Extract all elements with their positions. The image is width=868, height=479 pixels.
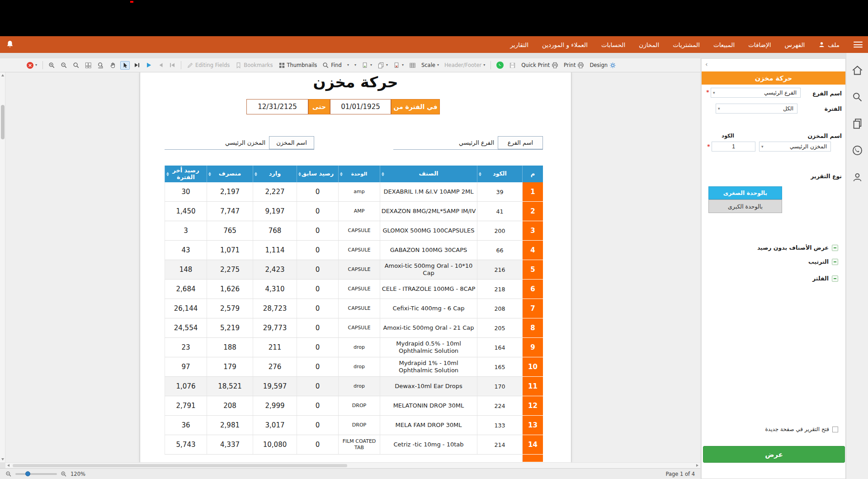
open-new-page-checkbox[interactable] <box>832 427 838 432</box>
collapse-toggle-icon[interactable] <box>832 245 838 251</box>
branch-select[interactable]: الفرع الرئيسي ▾ <box>711 88 801 98</box>
copy-page-button[interactable]: ▾ <box>376 61 389 70</box>
cell-incoming: 29,773 <box>253 318 297 338</box>
header-footer-button[interactable]: Header/Footer▾ <box>443 61 486 69</box>
account-button[interactable] <box>851 171 863 184</box>
hand-tool-button[interactable] <box>108 61 118 70</box>
close-preview-button[interactable]: × ▾ <box>25 61 38 70</box>
zoom-slider[interactable] <box>15 473 57 475</box>
tab-branch-name[interactable]: اسم الفرع <box>498 136 543 149</box>
column-header-unit[interactable]: الوحدة <box>338 166 380 182</box>
first-page-button[interactable] <box>168 61 177 69</box>
cell-code: 66 <box>477 241 522 260</box>
column-header-label: الكود <box>493 171 507 177</box>
zoom-slider-thumb[interactable] <box>25 471 30 476</box>
thumbnails-grid-icon <box>278 62 285 69</box>
menu-item-purchases[interactable]: المشتريات <box>666 36 707 53</box>
column-header-label: الوحدة <box>351 171 368 177</box>
collapse-toggle-icon[interactable] <box>832 275 838 282</box>
panel-collapse-chevron[interactable]: › <box>705 61 708 68</box>
cell-num: 2 <box>522 202 543 221</box>
delete-page-button[interactable]: ▾ <box>392 61 405 70</box>
vertical-scrollbar-thumb[interactable] <box>1 105 5 139</box>
report-canvas: حركة مخزن في الفترة من 01/01/1925 حتى 12… <box>5 72 700 462</box>
zoom-in-icon[interactable] <box>61 471 67 477</box>
column-header-code[interactable]: الكود <box>477 166 522 182</box>
menu-item-addons[interactable]: الإضافات <box>741 36 778 53</box>
quick-print-button[interactable]: Quick Print <box>520 61 560 70</box>
column-header-outgoing[interactable]: منصرف <box>207 166 253 182</box>
warehouse-select[interactable]: المخزن الرئيسي ▾ <box>759 142 831 152</box>
save-button[interactable] <box>508 61 517 70</box>
column-header-item[interactable]: الصنف <box>380 166 477 182</box>
select-tool-button[interactable] <box>120 61 130 70</box>
notifications-bell-icon[interactable] <box>5 40 14 49</box>
menu-item-accounts[interactable]: الحسابات <box>594 36 632 53</box>
column-header-num[interactable]: م <box>522 166 543 182</box>
panel-title: حركة مخزن <box>702 71 845 85</box>
scroll-left-arrow[interactable] <box>7 464 9 467</box>
column-header-end_balance[interactable]: رصيد أخر الفترة <box>165 166 207 182</box>
menu-item-sales[interactable]: المبيعات <box>707 36 741 53</box>
hamburger-menu-button[interactable] <box>854 42 863 47</box>
caret-down-icon: ▾ <box>718 106 720 111</box>
column-header-incoming[interactable]: وارد <box>253 166 297 182</box>
search-button[interactable] <box>851 91 863 103</box>
menu-item-reports[interactable]: التقارير <box>503 36 535 53</box>
cell-unit: drop <box>338 357 380 377</box>
print-button[interactable]: Print <box>562 61 585 70</box>
menu-item-file[interactable]: ملف <box>811 36 846 53</box>
cell-unit: drop <box>338 338 380 357</box>
whatsapp-share-button[interactable] <box>495 61 505 70</box>
zoom-out-icon[interactable] <box>5 471 12 477</box>
find-button[interactable]: Find <box>321 61 343 70</box>
whatsapp-button[interactable] <box>851 144 863 157</box>
caret-down-icon: ▾ <box>713 90 715 95</box>
zoom-page-width-button[interactable] <box>96 61 105 70</box>
table-row: 12224MELATONIN DROP 30MLDROP02,9992082,7… <box>165 396 543 416</box>
caret-down-icon: ▾ <box>437 63 439 67</box>
period-select[interactable]: الكل ▾ <box>716 104 797 114</box>
small-unit-button[interactable]: بالوحدة الصغرى <box>708 186 782 199</box>
run-report-button[interactable] <box>144 61 153 69</box>
previous-page-button[interactable] <box>156 61 165 69</box>
menu-item-index[interactable]: الفهرس <box>778 36 811 53</box>
cell-end_balance: 3 <box>165 221 207 241</box>
cell-num: 5 <box>522 260 543 280</box>
scale-button[interactable]: Scale▾ <box>420 61 440 69</box>
scroll-up-arrow[interactable] <box>1 74 4 76</box>
cell-incoming: 276 <box>253 357 297 377</box>
show-report-button[interactable]: عرض <box>703 446 845 463</box>
required-asterisk: * <box>706 89 709 95</box>
new-page-button[interactable]: ▾ <box>360 61 373 70</box>
multi-page-view-button[interactable] <box>84 61 93 70</box>
view-mode-caret-button[interactable]: ▾ <box>346 62 350 68</box>
horizontal-scrollbar-thumb[interactable] <box>13 464 347 467</box>
home-button[interactable] <box>851 64 863 76</box>
zoom-out-button[interactable] <box>59 61 69 70</box>
collapse-toggle-icon[interactable] <box>832 259 838 265</box>
table-grid-button[interactable] <box>408 61 417 70</box>
tab-warehouse-name[interactable]: اسم المخزن <box>269 136 314 149</box>
page-options-caret-button[interactable]: ▾ <box>353 62 358 68</box>
cell-unit: CAPSULE <box>338 318 380 338</box>
thumbnails-button[interactable]: Thumbnails <box>277 61 319 70</box>
cell-prev_balance: 0 <box>297 377 338 396</box>
large-unit-button[interactable]: بالوحدة الكبرى <box>708 199 782 213</box>
header-footer-label: Header/Footer <box>444 62 481 68</box>
bookmarks-button[interactable]: Bookmarks <box>234 61 274 70</box>
design-button[interactable]: Design <box>588 61 618 70</box>
column-header-prev_balance[interactable]: رصيد سابق <box>297 166 338 182</box>
cell-incoming: 211 <box>253 338 297 357</box>
zoom-in-button[interactable] <box>47 61 57 70</box>
scroll-right-arrow[interactable] <box>696 464 698 467</box>
next-page-button[interactable] <box>132 61 142 69</box>
code-input[interactable] <box>712 142 755 152</box>
cell-item: MELA FAM DROP 30ML <box>380 416 477 435</box>
zoom-tool-button[interactable] <box>71 61 81 70</box>
documents-button[interactable] <box>851 118 863 130</box>
menu-item-clients-suppliers[interactable]: العملاء و الموردين <box>535 36 594 53</box>
menu-item-warehouses[interactable]: المخازن <box>632 36 666 53</box>
editing-fields-button[interactable]: Editing Fields <box>185 61 231 70</box>
scroll-down-arrow[interactable] <box>1 458 4 460</box>
